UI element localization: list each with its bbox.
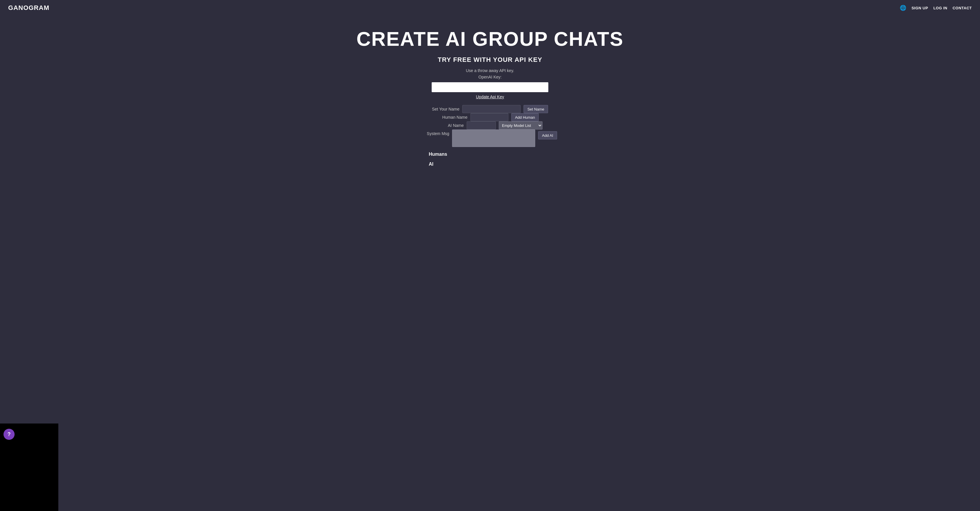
sign-up-link[interactable]: SIGN UP — [912, 6, 928, 10]
nav: 🌐 SIGN UP LOG IN CONTACT — [900, 5, 972, 11]
human-name-row: Human Name Add Human — [441, 113, 539, 121]
subtitle: TRY FREE WITH YOUR API KEY — [438, 56, 542, 64]
main-content: CREATE AI GROUP CHATS TRY FREE WITH YOUR… — [0, 16, 980, 167]
logo: GANOGRAM — [8, 4, 49, 12]
set-name-input[interactable] — [462, 105, 520, 113]
update-api-button[interactable]: Update Api Key — [476, 94, 504, 99]
system-msg-row: System Msg Add AI — [423, 129, 557, 147]
ai-name-label: AI Name — [438, 123, 464, 128]
ai-heading: AI — [429, 162, 551, 167]
set-name-row: Set Your Name Set Name — [432, 105, 548, 113]
ai-name-row: AI Name Empty Model List — [438, 121, 542, 129]
globe-icon[interactable]: 🌐 — [900, 5, 906, 11]
openai-label: OpenAI Key: — [478, 75, 501, 80]
human-name-label: Human Name — [441, 115, 468, 119]
add-human-button[interactable]: Add Human — [511, 113, 539, 121]
description: Use a throw away API key. — [466, 68, 514, 73]
chat-avatar: ? — [3, 429, 14, 440]
system-msg-label: System Msg — [423, 129, 449, 136]
set-name-label: Set Your Name — [432, 107, 460, 111]
page-title: CREATE AI GROUP CHATS — [356, 27, 624, 50]
chat-panel: ? — [0, 423, 58, 511]
add-ai-button[interactable]: Add AI — [538, 131, 557, 139]
api-key-input[interactable] — [432, 82, 548, 92]
humans-heading: Humans — [429, 152, 551, 157]
human-name-input[interactable] — [471, 113, 508, 121]
set-name-button[interactable]: Set Name — [523, 105, 548, 113]
model-select[interactable]: Empty Model List — [499, 121, 542, 129]
ai-name-input[interactable] — [467, 121, 496, 129]
system-msg-textarea[interactable] — [452, 129, 535, 147]
header: GANOGRAM 🌐 SIGN UP LOG IN CONTACT — [0, 0, 980, 16]
log-in-link[interactable]: LOG IN — [933, 6, 947, 10]
contact-link[interactable]: CONTACT — [953, 6, 972, 10]
